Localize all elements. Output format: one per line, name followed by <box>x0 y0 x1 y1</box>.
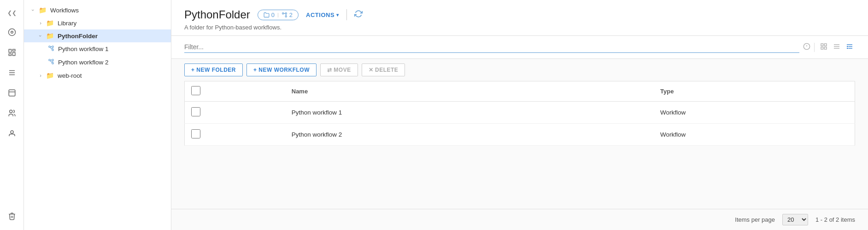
sidebar-item-workflow1[interactable]: Python workflow 1 <box>24 42 171 56</box>
actions-label: ACTIONS <box>306 12 334 18</box>
svg-point-7 <box>9 110 12 113</box>
svg-rect-32 <box>824 47 827 49</box>
folder-count-badge: 0 <box>264 12 275 18</box>
action-toolbar: + NEW FOLDER + NEW WORKFLOW ⇄ MOVE ✕ DEL… <box>171 59 868 81</box>
items-table: Name Type Python workflow 1 Workflow Pyt… <box>184 81 855 146</box>
sidebar-item-workflows-root[interactable]: › 📁 Workflows <box>24 4 171 17</box>
chevron-down-icon: › <box>30 6 36 14</box>
svg-rect-29 <box>821 44 823 46</box>
svg-rect-5 <box>9 54 11 56</box>
sidebar-item-label: Workflows <box>50 7 79 14</box>
name-column-header: Name <box>285 81 654 102</box>
svg-point-9 <box>49 46 51 48</box>
new-folder-button[interactable]: + NEW FOLDER <box>184 63 243 76</box>
sidebar-item-label: Library <box>58 20 76 27</box>
svg-point-10 <box>52 49 54 51</box>
type-column-header: Type <box>654 81 855 102</box>
svg-point-15 <box>49 59 51 61</box>
folder-count: 0 <box>271 12 275 18</box>
svg-point-23 <box>285 12 287 14</box>
svg-point-22 <box>285 16 287 17</box>
team-nav-icon[interactable] <box>4 105 20 121</box>
svg-line-20 <box>50 61 52 63</box>
badge-separator: | <box>277 12 279 17</box>
row-checkbox-cell <box>185 102 285 124</box>
row-select-checkbox[interactable] <box>191 107 200 116</box>
workflow-count-badge: 2 <box>282 12 293 18</box>
trash-nav-icon[interactable] <box>4 208 20 224</box>
main-content: PythonFolder 0 | 2 ACTIONS ▾ A <box>171 0 868 230</box>
svg-point-11 <box>52 46 54 48</box>
row-select-checkbox[interactable] <box>191 129 200 138</box>
list-view-button[interactable] <box>831 42 842 53</box>
svg-point-16 <box>52 63 54 64</box>
delete-button[interactable]: ✕ DELETE <box>362 63 405 76</box>
workflows-nav-icon[interactable] <box>4 64 20 81</box>
move-button[interactable]: ⇄ MOVE <box>320 63 358 76</box>
sidebar-item-pythonfolder[interactable]: › 📁 PythonFolder <box>24 29 171 42</box>
filter-input[interactable] <box>184 41 799 53</box>
sidebar-item-label: web-root <box>58 72 82 79</box>
sidebar-item-library[interactable]: › 📁 Library <box>24 17 171 29</box>
sidebar-item-label: PythonFolder <box>58 33 98 40</box>
svg-rect-30 <box>824 44 827 46</box>
users-nav-icon[interactable] <box>4 125 20 142</box>
workflow-count: 2 <box>289 12 293 18</box>
svg-point-39 <box>847 46 848 46</box>
table-container: Name Type Python workflow 1 Workflow Pyt… <box>171 81 868 209</box>
main-header: PythonFolder 0 | 2 ACTIONS ▾ A <box>171 0 868 36</box>
folder-icon: 📁 <box>46 72 54 79</box>
folder-stats-badge: 0 | 2 <box>258 10 299 20</box>
filter-separator <box>814 43 815 52</box>
library-nav-icon[interactable] <box>4 44 20 61</box>
workflow-icon <box>48 45 54 53</box>
header-separator <box>346 9 347 20</box>
svg-rect-6 <box>9 90 15 96</box>
chevron-right-icon: › <box>37 73 44 78</box>
svg-rect-4 <box>12 52 15 56</box>
chevron-down-icon: › <box>38 32 43 40</box>
folder-icon: 📁 <box>46 19 54 27</box>
per-page-select[interactable]: 20 50 100 <box>782 214 808 225</box>
inbox-nav-icon[interactable] <box>4 85 20 101</box>
svg-point-40 <box>847 48 848 48</box>
svg-point-17 <box>52 59 54 61</box>
new-workflow-button[interactable]: + NEW WORKFLOW <box>246 63 317 76</box>
folder-icon: 📁 <box>46 32 54 40</box>
chevron-down-icon: ▾ <box>336 12 339 17</box>
icon-rail: ❮❮ <box>0 0 24 230</box>
table-row: Python workflow 2 Workflow <box>185 124 855 146</box>
sidebar-item-label: Python workflow 1 <box>58 46 109 52</box>
svg-rect-3 <box>12 49 15 51</box>
sidebar-item-label: Python workflow 2 <box>58 59 109 66</box>
row-type-cell: Workflow <box>654 124 855 146</box>
pagination-bar: Items per page 20 50 100 1 - 2 of 2 item… <box>171 209 868 230</box>
sidebar-item-webroot[interactable]: › 📁 web-root <box>24 69 171 82</box>
row-checkbox-cell <box>185 124 285 146</box>
select-all-checkbox[interactable] <box>191 86 200 95</box>
rail-collapse-button[interactable]: ❮❮ <box>0 6 23 20</box>
row-name-cell: Python workflow 1 <box>285 102 654 124</box>
actions-button[interactable]: ACTIONS ▾ <box>306 12 339 18</box>
info-icon[interactable] <box>803 43 810 52</box>
folder-icon: 📁 <box>39 6 47 14</box>
items-per-page-label: Items per page <box>735 216 775 223</box>
svg-point-1 <box>11 31 13 34</box>
table-header-row: Name Type <box>185 81 855 102</box>
workflow-icon <box>48 58 54 66</box>
svg-point-0 <box>8 29 15 36</box>
chevron-right-icon: › <box>37 20 44 26</box>
svg-rect-31 <box>821 47 823 49</box>
filter-bar <box>171 36 868 59</box>
dashboard-nav-icon[interactable] <box>4 24 20 40</box>
svg-rect-2 <box>9 49 11 52</box>
svg-line-14 <box>50 47 52 49</box>
page-description: A folder for Python-based workflows. <box>184 24 855 31</box>
sidebar-item-workflow2[interactable]: Python workflow 2 <box>24 56 171 69</box>
detail-view-button[interactable] <box>844 42 855 53</box>
select-all-header <box>185 81 285 102</box>
sidebar: › 📁 Workflows › 📁 Library › 📁 PythonFold… <box>24 0 171 230</box>
refresh-button[interactable] <box>354 10 363 20</box>
grid-view-button[interactable] <box>818 42 829 53</box>
view-switcher <box>818 42 855 53</box>
